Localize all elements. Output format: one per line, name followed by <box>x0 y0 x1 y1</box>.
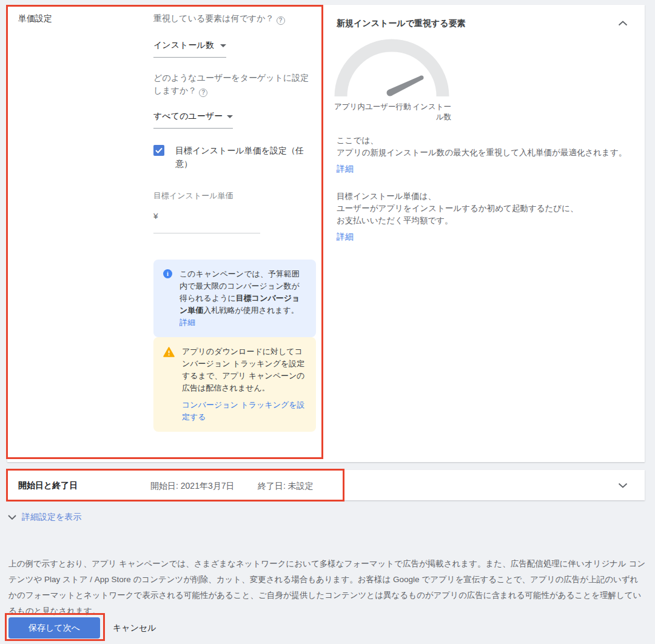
explainer-line: ここでは、 <box>337 135 643 147</box>
advanced-settings-label: 詳細設定を表示 <box>22 512 81 523</box>
target-cpi-checkbox-row: 目標インストール単価を設定（任意） <box>153 144 307 170</box>
cancel-button[interactable]: キャンセル <box>113 617 156 639</box>
target-user-dropdown-value: すべてのユーザー <box>153 111 223 122</box>
gauge-chart <box>334 38 449 99</box>
show-advanced-settings-link[interactable]: 詳細設定を表示 <box>8 512 81 523</box>
focus-question: 重視している要素は何ですか？? <box>153 12 316 25</box>
end-date-value: 終了日: 未設定 <box>258 481 314 492</box>
expand-dates-chevron-down-icon[interactable] <box>618 483 628 488</box>
checkmark-icon <box>155 147 163 153</box>
info-detail-link[interactable]: 詳細 <box>180 318 195 327</box>
explainer-paragraph-1: ここでは、 アプリの新規インストール数の最大化を重視して入札単価が最適化されます… <box>337 135 643 159</box>
start-date-value: 開始日: 2021年3月7日 <box>150 481 235 492</box>
explainer-panel-title: 新規インストールで重視する要素 <box>337 18 591 29</box>
collapse-panel-chevron-up-icon[interactable] <box>618 21 628 26</box>
bidding-form-column: 重視している要素は何ですか？? インストール数 どのようなユーザーをターゲットに… <box>153 5 316 462</box>
explainer-line: ユーザーがアプリをインストールするか初めて起動するたびに、 <box>337 203 643 215</box>
target-cpi-checkbox-label: 目標インストール単価を設定（任意） <box>175 144 307 170</box>
explainer-detail-link-1[interactable]: 詳細 <box>337 164 354 175</box>
warning-box-text: アプリのダウンロードに対してコンバージョン トラッキングを設定するまで、アプリ … <box>182 346 306 423</box>
help-icon[interactable]: ? <box>277 16 285 25</box>
save-and-next-button[interactable]: 保存して次へ <box>8 617 100 639</box>
target-user-dropdown[interactable]: すべてのユーザー <box>153 111 233 129</box>
disclaimer-text: 上の例で示すとおり、アプリ キャンペーンでは、さまざまなネットワークにおいて多様… <box>8 556 647 619</box>
chevron-down-icon <box>8 515 16 520</box>
warning-text: アプリのダウンロードに対してコンバージョン トラッキングを設定するまで、アプリ … <box>182 347 305 392</box>
info-icon: i <box>163 269 172 278</box>
info-text-trail: 入札戦略が使用されます。 <box>203 306 299 315</box>
explainer-line: お支払いいただく平均額です。 <box>337 215 643 227</box>
chevron-down-icon <box>227 115 233 118</box>
explainer-line: 目標インストール単価は、 <box>337 190 643 203</box>
chevron-down-icon <box>220 44 226 47</box>
gauge-labels: アプリ内ユーザー行動 インストール数 <box>334 102 451 122</box>
dates-section-card[interactable]: 開始日と終了日 開始日: 2021年3月7日 終了日: 未設定 <box>7 470 645 500</box>
explainer-line: アプリの新規インストール数の最大化を重視して入札単価が最適化されます。 <box>337 147 643 159</box>
explainer-detail-link-2[interactable]: 詳細 <box>337 232 354 243</box>
conversion-warning-box: アプリのダウンロードに対してコンバージョン トラッキングを設定するまで、アプリ … <box>153 337 316 432</box>
gauge-left-label: アプリ内ユーザー行動 <box>334 102 411 122</box>
setup-conversion-tracking-link[interactable]: コンバージョン トラッキングを設定する <box>182 399 306 423</box>
currency-symbol: ¥ <box>153 211 158 222</box>
focus-dropdown-value: インストール数 <box>153 40 214 51</box>
focus-question-text: 重視している要素は何ですか？ <box>153 13 274 23</box>
target-cpi-input[interactable] <box>161 211 246 221</box>
gauge-right-label: インストール数 <box>411 102 451 122</box>
target-cpi-field[interactable]: ¥ <box>153 211 260 233</box>
target-question: どのようなユーザーをターゲットに設定しますか？? <box>153 72 316 97</box>
campaign-settings-page: 単価設定 重視している要素は何ですか？? インストール数 どのようなユーザーをタ… <box>0 0 655 644</box>
explainer-paragraph-2: 目標インストール単価は、 ユーザーがアプリをインストールするか初めて起動するたび… <box>337 190 643 227</box>
bidding-section-card: 単価設定 重視している要素は何ですか？? インストール数 どのようなユーザーをタ… <box>7 5 645 462</box>
focus-dropdown[interactable]: インストール数 <box>153 40 226 58</box>
target-cpi-checkbox[interactable] <box>153 145 164 156</box>
target-cpi-field-label: 目標インストール単価 <box>153 190 233 201</box>
bid-strategy-info-box: i このキャンペーンでは、予算範囲内で最大限のコンバージョン数が得られるように目… <box>153 260 316 337</box>
info-box-text: このキャンペーンでは、予算範囲内で最大限のコンバージョン数が得られるように目標コ… <box>180 268 306 329</box>
warning-icon <box>163 347 175 357</box>
target-question-text: どのようなユーザーをターゲットに設定しますか？ <box>153 73 309 95</box>
help-icon[interactable]: ? <box>199 89 207 97</box>
dates-section-title: 開始日と終了日 <box>18 480 78 491</box>
bidding-section-title: 単価設定 <box>18 13 52 24</box>
